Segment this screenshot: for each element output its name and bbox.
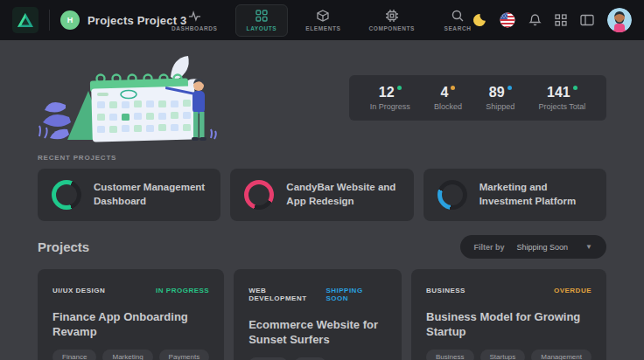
- nav-item-label: COMPONENTS: [368, 25, 415, 31]
- card-title: Business Model for Growing Startup: [426, 310, 592, 340]
- recent-projects-row: Customer Management Dashboard CandyBar W…: [38, 169, 606, 221]
- stat-blocked: 4 Blocked: [434, 84, 462, 112]
- tag[interactable]: Payments: [159, 350, 210, 360]
- nav-item-label: DASHBOARDS: [172, 25, 218, 31]
- nav-item-label: ELEMENTS: [305, 25, 340, 31]
- recent-card-title: CandyBar Website and App Redesign: [286, 181, 399, 208]
- tag[interactable]: Business: [426, 350, 473, 360]
- triangle-logo-icon: [17, 12, 34, 28]
- recent-card-title: Customer Management Dashboard: [94, 181, 206, 208]
- filter-label: Filter by: [474, 243, 505, 252]
- card-category: WEB DEVELOPMENT: [248, 287, 326, 302]
- activity-icon: [188, 10, 201, 22]
- stat-value: 12: [379, 84, 395, 100]
- card-title: Finance App Onboarding Revamp: [52, 310, 209, 340]
- project-card-ecommerce[interactable]: WEB DEVELOPMENT SHIPPING SOON Ecommerce …: [234, 269, 402, 360]
- main-navigation: DASHBOARDS LAYOUTS ELEMENTS: [161, 0, 483, 40]
- hero-section: 12 In Progress 4 Blocked 89 Shipped 141 …: [38, 40, 606, 150]
- progress-ring: [244, 180, 274, 210]
- nav-item-dashboards[interactable]: DASHBOARDS: [161, 5, 228, 36]
- main-content: 12 In Progress 4 Blocked 89 Shipped 141 …: [0, 40, 644, 360]
- stat-in-progress: 12 In Progress: [370, 84, 410, 112]
- cpu-icon: [386, 10, 398, 22]
- status-badge: SHIPPING SOON: [326, 287, 387, 302]
- tag[interactable]: Management: [531, 350, 592, 360]
- nav-item-layouts[interactable]: LAYOUTS: [235, 4, 289, 37]
- status-badge: IN PROGRESS: [156, 287, 209, 294]
- divider: [49, 10, 50, 31]
- nav-item-label: LAYOUTS: [247, 25, 277, 31]
- chevron-down-icon: ▼: [585, 243, 592, 251]
- workspace-avatar: H: [60, 10, 80, 30]
- project-card-business-model[interactable]: BUSINESS OVERDUE Business Model for Grow…: [411, 269, 606, 360]
- stat-shipped: 89 Shipped: [486, 84, 514, 112]
- user-avatar[interactable]: [607, 8, 632, 32]
- tag[interactable]: Marketing: [102, 350, 152, 360]
- tag[interactable]: Finance: [52, 350, 96, 360]
- status-dot: [508, 86, 512, 90]
- status-dot: [397, 86, 402, 90]
- navbar-actions: [472, 8, 632, 32]
- search-icon: [452, 10, 464, 22]
- box-icon: [317, 10, 329, 22]
- card-category: UI/UX DESIGN: [52, 287, 105, 294]
- status-dot: [451, 86, 455, 90]
- filter-selected-value: Shipping Soon: [517, 243, 569, 252]
- progress-ring: [438, 180, 467, 210]
- nav-item-elements[interactable]: ELEMENTS: [295, 5, 351, 36]
- stat-value: 141: [547, 84, 570, 100]
- tag-row: Finance Marketing Payments: [52, 350, 209, 360]
- stats-panel: 12 In Progress 4 Blocked 89 Shipped 141 …: [349, 75, 606, 121]
- app-screen: H Projects Project 3 DASHBOARDS LAYOUTS: [0, 0, 644, 360]
- stat-projects-total: 141 Projects Total: [538, 84, 585, 112]
- card-category: BUSINESS: [426, 287, 466, 294]
- calendar-illustration: [32, 52, 218, 150]
- filter-dropdown[interactable]: Filter by Shipping Soon ▼: [460, 235, 607, 259]
- recent-card-title: Marketing and Investment Platform: [480, 181, 592, 208]
- nav-item-label: SEARCH: [444, 25, 472, 31]
- tag[interactable]: Startups: [480, 350, 526, 360]
- recent-card-marketing[interactable]: Marketing and Investment Platform: [424, 169, 606, 221]
- sidebar-toggle-icon[interactable]: [580, 14, 594, 26]
- top-navbar: H Projects Project 3 DASHBOARDS LAYOUTS: [0, 0, 644, 40]
- nav-item-search[interactable]: SEARCH: [432, 5, 483, 36]
- projects-grid: UI/UX DESIGN IN PROGRESS Finance App Onb…: [38, 269, 606, 360]
- nav-item-components[interactable]: COMPONENTS: [358, 5, 425, 36]
- projects-header: Projects Filter by Shipping Soon ▼: [38, 235, 606, 259]
- apps-grid-icon[interactable]: [555, 14, 567, 26]
- projects-heading: Projects: [38, 239, 89, 254]
- card-title: Ecommerce Website for Sunset Surfers: [248, 318, 387, 348]
- progress-ring: [52, 180, 81, 210]
- stat-label: Blocked: [434, 102, 462, 112]
- status-badge: OVERDUE: [554, 287, 592, 294]
- stat-value: 89: [489, 84, 505, 100]
- recent-projects-label: RECENT PROJECTS: [38, 154, 606, 162]
- tag-row: Business Startups Management: [426, 350, 592, 360]
- status-dot: [573, 86, 578, 90]
- app-logo[interactable]: [12, 7, 38, 33]
- recent-card-candybar[interactable]: CandyBar Website and App Redesign: [230, 169, 413, 221]
- recent-card-customer-management[interactable]: Customer Management Dashboard: [38, 169, 220, 221]
- stat-value: 4: [440, 84, 448, 100]
- stat-label: Projects Total: [538, 102, 585, 112]
- stat-label: In Progress: [370, 102, 410, 112]
- notifications-bell-icon[interactable]: [528, 13, 542, 27]
- project-card-finance-app[interactable]: UI/UX DESIGN IN PROGRESS Finance App Onb…: [38, 269, 224, 360]
- language-us-flag-icon[interactable]: [500, 12, 515, 28]
- layout-grid-icon: [256, 10, 268, 22]
- stat-label: Shipped: [486, 102, 514, 112]
